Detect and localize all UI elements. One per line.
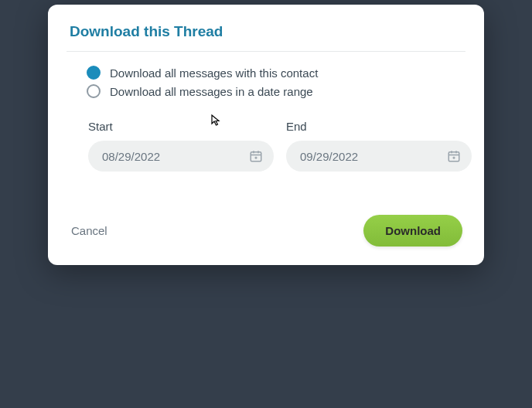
option-label: Download all messages in a date range: [110, 85, 313, 98]
option-label: Download all messages with this contact: [110, 66, 318, 80]
end-date-col: End: [286, 120, 472, 172]
start-date-input[interactable]: [88, 141, 274, 172]
end-date-input[interactable]: [286, 141, 472, 172]
end-date-value[interactable]: [300, 150, 447, 163]
radio-icon: [87, 84, 101, 98]
start-date-value[interactable]: [102, 150, 249, 163]
dialog-actions: Cancel Download: [70, 215, 462, 246]
end-date-label: End: [286, 120, 472, 133]
option-all-messages[interactable]: Download all messages with this contact: [87, 66, 462, 80]
calendar-icon: [249, 149, 263, 163]
download-thread-dialog: Download this Thread Download all messag…: [48, 5, 484, 265]
calendar-icon: [447, 149, 461, 163]
cancel-button[interactable]: Cancel: [71, 224, 107, 237]
date-range-row: Start End: [70, 120, 462, 172]
radio-icon: [87, 66, 101, 80]
download-options: Download all messages with this contact …: [70, 66, 462, 98]
download-button[interactable]: Download: [363, 215, 462, 246]
option-date-range[interactable]: Download all messages in a date range: [87, 84, 462, 98]
start-date-col: Start: [88, 120, 274, 172]
start-date-label: Start: [88, 120, 274, 133]
divider: [66, 51, 466, 52]
dialog-title: Download this Thread: [70, 23, 462, 40]
